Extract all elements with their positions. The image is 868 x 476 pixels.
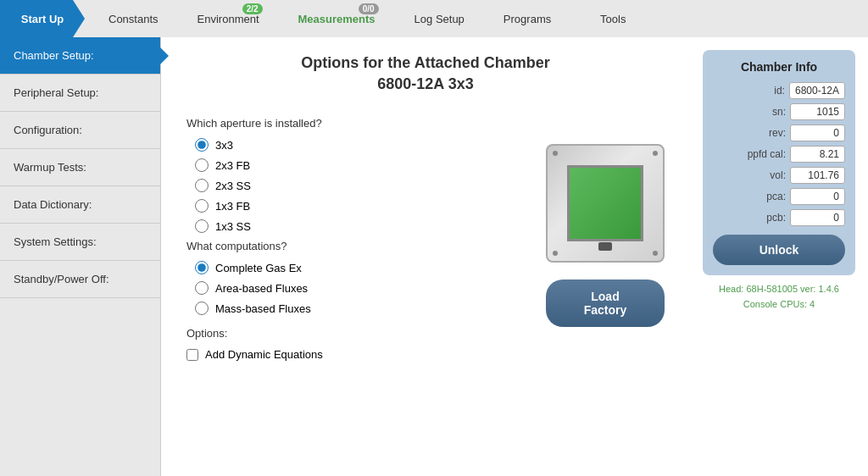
info-label-ppfd-cal: ppfd cal: [739, 148, 786, 160]
radio-mass-based[interactable]: Mass-based Fluxes [195, 302, 512, 315]
radio-label-mass-based: Mass-based Fluxes [215, 302, 311, 315]
radio-input-2x3ss[interactable] [195, 179, 209, 192]
info-row-id: id: 6800-12A [713, 82, 845, 99]
info-row-ppfd-cal: ppfd cal: 8.21 [713, 146, 845, 163]
info-value-vol: 101.76 [790, 167, 845, 184]
radio-input-1x3fb[interactable] [195, 199, 209, 213]
radio-input-1x3ss[interactable] [195, 219, 209, 233]
sidebar-item-system-settings[interactable]: System Settings: [0, 224, 160, 261]
content-area: Options for the Attached Chamber 6800-12… [161, 37, 690, 476]
info-row-sn: sn: 1015 [713, 103, 845, 120]
sidebar-item-peripheral-setup[interactable]: Peripheral Setup: [0, 75, 160, 112]
corner-dot-tr [653, 151, 658, 156]
chamber-footer-line2: Console CPUs: 4 [703, 297, 855, 313]
info-label-vol: vol: [739, 169, 786, 181]
info-label-rev: rev: [739, 127, 786, 139]
sidebar-item-chamber-setup[interactable]: Chamber Setup: [0, 37, 160, 75]
sidebar-label-data-dictionary: Data Dictionary: [14, 198, 92, 211]
checkbox-label-dynamic-equations: Add Dynamic Equations [205, 348, 323, 361]
radio-complete-gas[interactable]: Complete Gas Ex [195, 261, 512, 274]
sidebar-item-configuration[interactable]: Configuration: [0, 112, 160, 149]
sidebar-label-configuration: Configuration: [14, 124, 82, 136]
radio-input-mass-based[interactable] [195, 302, 209, 315]
radio-label-3x3: 3x3 [215, 139, 233, 152]
computation-radio-group: Complete Gas Ex Area-based Fluxes Mass-b… [195, 261, 512, 315]
info-value-ppfd-cal: 8.21 [790, 146, 845, 163]
info-value-sn: 1015 [790, 103, 845, 120]
nav-label-tools: Tools [600, 13, 626, 25]
unlock-button[interactable]: Unlock [713, 235, 845, 265]
corner-dot-bl [553, 251, 558, 256]
nav-item-logsetup[interactable]: Log Setup [391, 0, 480, 37]
radio-area-based[interactable]: Area-based Fluxes [195, 281, 512, 295]
page-title-line2: 6800-12A 3x3 [186, 75, 665, 93]
nav-item-tools[interactable]: Tools [566, 0, 651, 37]
nav-item-measurements[interactable]: 0/0 Measurements [275, 0, 391, 37]
sidebar-label-peripheral-setup: Peripheral Setup: [14, 86, 98, 99]
radio-label-1x3fb: 1x3 FB [215, 200, 250, 213]
chamber-info-box: Chamber Info id: 6800-12A sn: 1015 rev: … [703, 50, 855, 275]
sidebar-label-standby-power-off: Standby/Power Off: [14, 273, 109, 285]
info-value-pca: 0 [790, 188, 845, 205]
aperture-radio-group: 3x3 2x3 FB 2x3 SS 1x3 FB [195, 138, 512, 233]
nav-label-programs: Programs [504, 13, 551, 25]
main-layout: Chamber Setup: Peripheral Setup: Configu… [0, 37, 868, 476]
nav-badge-environment: 2/2 [242, 3, 263, 14]
info-value-rev: 0 [790, 125, 845, 141]
radio-1x3ss[interactable]: 1x3 SS [195, 219, 512, 233]
chamber-footer: Head: 68H-581005 ver: 1.4.6 Console CPUs… [703, 282, 855, 312]
info-row-rev: rev: 0 [713, 125, 845, 141]
sidebar-item-standby-power-off[interactable]: Standby/Power Off: [0, 261, 160, 298]
radio-input-area-based[interactable] [195, 281, 209, 295]
radio-label-complete-gas: Complete Gas Ex [215, 262, 302, 274]
radio-input-2x3fb[interactable] [195, 158, 209, 172]
nav-label-startup: Start Up [21, 13, 64, 25]
checkbox-dynamic-equations[interactable]: Add Dynamic Equations [186, 348, 512, 361]
radio-label-2x3fb: 2x3 FB [215, 159, 250, 172]
sidebar-item-warmup-tests[interactable]: Warmup Tests: [0, 149, 160, 186]
info-label-id: id: [738, 85, 785, 97]
info-label-pca: pca: [739, 191, 786, 202]
nav-item-environment[interactable]: 2/2 Environment [174, 0, 275, 37]
top-nav: Start Up Constants 2/2 Environment 0/0 M… [0, 0, 868, 37]
radio-label-area-based: Area-based Fluxes [215, 282, 308, 295]
chamber-image [546, 144, 665, 263]
chamber-illustration-col: Load Factory [546, 110, 665, 361]
options-section: Options: Add Dynamic Equations [186, 327, 512, 361]
radio-2x3fb[interactable]: 2x3 FB [195, 158, 512, 172]
radio-2x3ss[interactable]: 2x3 SS [195, 179, 512, 192]
nav-item-constants[interactable]: Constants [85, 0, 174, 37]
nav-label-constants: Constants [108, 13, 159, 25]
nav-label-logsetup: Log Setup [415, 13, 465, 25]
options-label: Options: [186, 327, 512, 340]
radio-label-1x3ss: 1x3 SS [215, 220, 251, 233]
nav-item-programs[interactable]: Programs [480, 0, 566, 37]
info-value-pcb: 0 [790, 209, 845, 226]
chamber-footer-line1: Head: 68H-581005 ver: 1.4.6 [703, 282, 855, 297]
sidebar-label-warmup-tests: Warmup Tests: [14, 161, 86, 174]
sidebar-label-system-settings: System Settings: [14, 235, 97, 248]
col-left: Which aperture is installed? 3x3 2x3 FB … [186, 110, 512, 361]
checkbox-input-dynamic-equations[interactable] [186, 349, 198, 361]
radio-1x3fb[interactable]: 1x3 FB [195, 199, 512, 213]
load-factory-button[interactable]: Load Factory [546, 280, 665, 327]
sidebar: Chamber Setup: Peripheral Setup: Configu… [0, 37, 161, 476]
info-row-pcb: pcb: 0 [713, 209, 845, 226]
radio-input-complete-gas[interactable] [195, 261, 209, 274]
two-col-layout: Which aperture is installed? 3x3 2x3 FB … [186, 110, 665, 361]
chamber-sensor-dot [598, 242, 612, 251]
aperture-label: Which aperture is installed? [186, 117, 512, 130]
radio-3x3[interactable]: 3x3 [195, 138, 512, 152]
sidebar-item-data-dictionary[interactable]: Data Dictionary: [0, 186, 160, 224]
right-panel: Chamber Info id: 6800-12A sn: 1015 rev: … [690, 37, 868, 476]
corner-dot-tl [553, 151, 558, 156]
computations-label: What computations? [186, 240, 512, 252]
chamber-info-title: Chamber Info [713, 60, 845, 74]
page-title-line1: Options for the Attached Chamber [186, 54, 665, 72]
nav-item-startup[interactable]: Start Up [0, 0, 85, 37]
info-row-pca: pca: 0 [713, 188, 845, 205]
info-label-sn: sn: [739, 106, 786, 118]
radio-input-3x3[interactable] [195, 138, 209, 152]
info-label-pcb: pcb: [739, 212, 786, 224]
info-row-vol: vol: 101.76 [713, 167, 845, 184]
